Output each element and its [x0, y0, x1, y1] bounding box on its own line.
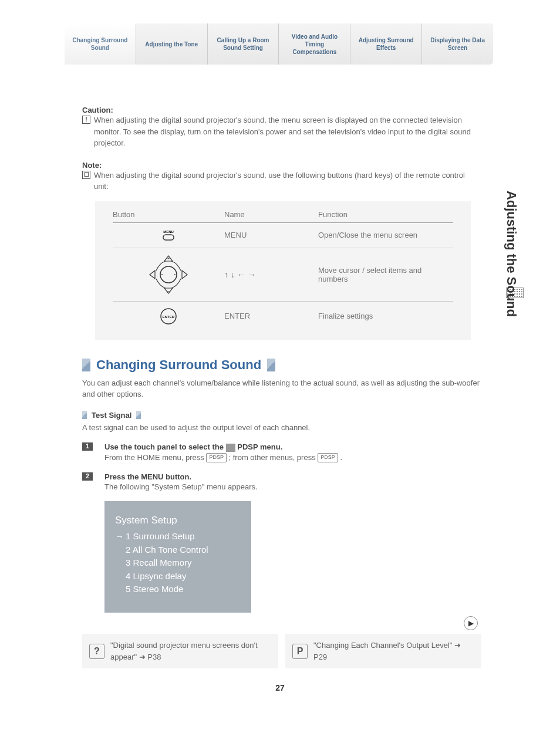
- question-icon: ?: [89, 644, 104, 659]
- reference-row: ? "Digital sound projector menu screens …: [82, 634, 481, 668]
- step-text: Use the touch panel to select the: [104, 442, 226, 451]
- slash-decor-icon: [136, 411, 141, 419]
- cell-func: Finalize settings: [318, 312, 453, 320]
- step-text: PDSP menu.: [237, 442, 282, 451]
- pdsp-key-icon: PDSP: [206, 453, 227, 462]
- next-page-arrow-icon[interactable]: ▶: [464, 616, 478, 630]
- th-name: Name: [224, 210, 318, 219]
- svg-point-6: [174, 274, 176, 275]
- menu-button-icon: MENU: [113, 229, 224, 242]
- svg-text:MENU: MENU: [163, 230, 174, 234]
- note-body: When adjusting the digital sound project…: [94, 170, 481, 192]
- step-1-body: From the HOME menu, press PDSP ; from ot…: [104, 452, 481, 464]
- step-number: 1: [82, 442, 93, 451]
- th-button: Button: [113, 210, 224, 219]
- caution-icon: !: [82, 116, 90, 124]
- slash-decor-icon: [267, 359, 275, 371]
- slash-decor-icon: [82, 411, 87, 419]
- ref-text: "Digital sound projector menu screens do…: [110, 640, 271, 663]
- step-text: From the HOME menu, press: [104, 453, 206, 462]
- svg-text:ENTER: ENTER: [163, 315, 175, 319]
- cell-name: MENU: [224, 231, 318, 239]
- cell-func: Move cursor / select items and numbers: [318, 266, 453, 283]
- tab-adjusting-tone[interactable]: Adjusting the Tone: [136, 23, 208, 65]
- cell-name: ↑ ↓ ← →: [224, 270, 318, 279]
- caution-title: Caution:: [82, 106, 481, 114]
- dpad-icon: + –: [113, 254, 224, 295]
- tab-surround-effects[interactable]: Adjusting Surround Effects: [350, 23, 422, 65]
- cell-func: Open/Close the menu screen: [318, 231, 453, 239]
- tab-timing-comp[interactable]: Video and Audio Timing Compensations: [279, 23, 350, 65]
- system-setup-menu: System Setup 1 Surround Setup 2 All Ch T…: [104, 501, 251, 613]
- step-text: .: [340, 453, 342, 462]
- pdsp-key-icon: PDSP: [318, 453, 338, 462]
- section-title: Changing Surround Sound: [82, 357, 481, 373]
- page-number: 27: [0, 683, 560, 692]
- note-block: Note: ☐ When adjusting the digital sound…: [82, 161, 481, 340]
- step-2-body: The following "System Setup" menu appear…: [104, 481, 481, 493]
- svg-text:+: +: [167, 256, 170, 261]
- svg-text:–: –: [167, 289, 170, 293]
- menu-item: 3 Recall Memory: [115, 556, 241, 570]
- note-title: Note:: [82, 161, 481, 170]
- subsection-intro: A test signal can be used to adjust the …: [82, 422, 481, 434]
- caution-block: Caution: ! When adjusting the digital so…: [82, 106, 481, 149]
- subsection-title-row: Test Signal: [82, 411, 481, 420]
- menu-item: 2 All Ch Tone Control: [115, 543, 241, 557]
- menu-item: 1 Surround Setup: [115, 530, 241, 543]
- th-function: Function: [318, 210, 453, 219]
- note-icon: ☐: [82, 171, 90, 179]
- step-1: 1 Use the touch panel to select the PDSP…: [82, 442, 481, 463]
- table-row: + – ↑ ↓ ← → Move cursor / select items a…: [113, 248, 453, 302]
- caution-body: When adjusting the digital sound project…: [94, 114, 481, 149]
- cell-name: ENTER: [224, 312, 318, 320]
- button-table: Button Name Function MENU MENU Open/Clos…: [95, 201, 471, 340]
- menu-item: 5 Stereo Mode: [115, 583, 241, 596]
- table-row: MENU MENU Open/Close the menu screen: [113, 223, 453, 248]
- tab-changing-surround[interactable]: Changing Surround Sound: [65, 23, 136, 65]
- tab-bar: Changing Surround Sound Adjusting the To…: [65, 23, 493, 65]
- table-row: ENTER ENTER Finalize settings: [113, 302, 453, 331]
- svg-rect-1: [163, 235, 174, 240]
- ref-related-page[interactable]: P "Changing Each Channel's Output Level"…: [285, 634, 481, 668]
- svg-point-2: [160, 266, 177, 283]
- section-title-text: Changing Surround Sound: [96, 357, 261, 373]
- menu-title: System Setup: [115, 513, 241, 528]
- step-text: ; from other menus, press: [229, 453, 318, 462]
- side-chapter-label: Adjusting the Sound: [504, 191, 519, 317]
- step-number: 2: [82, 472, 93, 481]
- step-2: 2 Press the MENU button. The following "…: [82, 472, 481, 613]
- step-1-title: Use the touch panel to select the PDSP m…: [104, 442, 481, 452]
- slash-decor-icon: [82, 359, 90, 371]
- menu-item: 4 Lipsync delay: [115, 570, 241, 583]
- pdsp-icon: [226, 444, 235, 452]
- ref-troubleshoot[interactable]: ? "Digital sound projector menu screens …: [82, 634, 278, 668]
- step-2-title: Press the MENU button.: [104, 472, 481, 481]
- section-intro: You can adjust each channel's volume/bal…: [82, 377, 481, 400]
- subsection-title: Test Signal: [92, 411, 131, 420]
- ref-text: "Changing Each Channel's Output Level" ➜…: [313, 640, 474, 663]
- tab-room-setting[interactable]: Calling Up a Room Sound Setting: [208, 23, 279, 65]
- tab-data-screen[interactable]: Displaying the Data Screen: [422, 23, 493, 65]
- page-ref-icon: P: [292, 644, 308, 659]
- enter-button-icon: ENTER: [113, 307, 224, 325]
- svg-point-5: [161, 274, 163, 275]
